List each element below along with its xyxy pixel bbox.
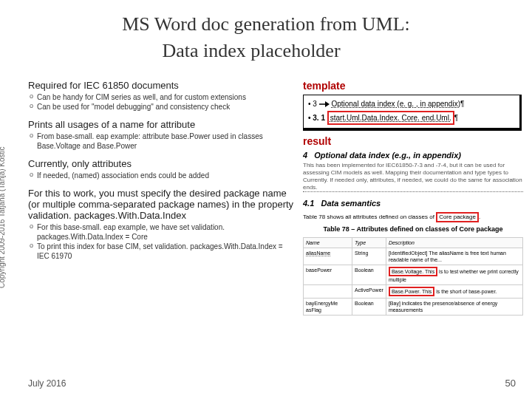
- cell-type: Boolean: [352, 299, 386, 316]
- result-heading: 4 Optional data index (e.g., in appendix…: [303, 150, 523, 160]
- cell-name: bayEnergyMe asFlag: [304, 299, 352, 316]
- sub-list: Can be handy for CIM series as well, and…: [28, 92, 294, 112]
- template-box: • 3 Optional data index (e. g. , in appe…: [303, 95, 522, 131]
- template-label: template: [303, 80, 525, 92]
- block-heading: Currently, only attributes: [28, 158, 294, 169]
- result-label: result: [303, 135, 525, 147]
- result-para: This has been implemented for IEC61850-7…: [303, 162, 523, 192]
- list-item: For this base-small. eap example, we hav…: [28, 222, 294, 242]
- list-item: To print this index for base CIM, set va…: [28, 242, 294, 261]
- block-heading: For this to work, you must specify the d…: [28, 188, 294, 221]
- cell-desc: [IdentifiedObject] The aliasName is free…: [386, 248, 522, 265]
- result-sub-num: 4.1: [303, 199, 314, 208]
- svg-marker-1: [325, 101, 330, 107]
- table-row: bayEnergyMe asFlag Boolean [Bay] indicat…: [304, 299, 523, 316]
- table-header-row: Name Type Description: [304, 237, 523, 248]
- left-content: Required for IEC 61850 documents Can be …: [28, 80, 294, 268]
- result-subheading: 4.1 Data semantics: [303, 198, 523, 208]
- slide-title: MS Word doc generation from UML:: [0, 0, 532, 35]
- cell-desc: Base.Power. This is the short of base-po…: [386, 285, 522, 299]
- table-row: aliasName String [IdentifiedObject] The …: [304, 248, 523, 265]
- cell-highlight: Base.Power. This: [389, 287, 434, 296]
- table-caption: Table 78 – Attributes defined on classes…: [303, 225, 523, 234]
- template-line-1: Optional data index (e. g. , in appendix…: [331, 100, 460, 108]
- col-desc: Description: [386, 237, 522, 248]
- bullet-num: • 3: [308, 100, 317, 108]
- cell-highlight: Base.Voltage. This: [389, 267, 437, 276]
- col-type: Type: [352, 237, 386, 248]
- right-column: template • 3 Optional data index (e. g. …: [303, 80, 525, 316]
- cell-type: String: [352, 248, 386, 265]
- block-heading: Prints all usages of a name for attribut…: [28, 119, 294, 130]
- block-0: Required for IEC 61850 documents Can be …: [28, 80, 294, 112]
- block-3: For this to work, you must specify the d…: [28, 188, 294, 261]
- page-number: 50: [505, 378, 516, 389]
- result-box: 4 Optional data index (e.g., in appendix…: [303, 150, 523, 316]
- slide-subtitle: Data index placeholder: [0, 35, 532, 62]
- cell-type: ActivePower: [352, 285, 386, 299]
- list-item: If needed, (named) association ends coul…: [28, 171, 294, 180]
- template-line-2-highlight: start.Uml.Data.Index. Core. end.Uml.: [327, 111, 454, 125]
- bullet-num: • 3. 1: [308, 114, 325, 122]
- block-heading: Required for IEC 61850 documents: [28, 80, 294, 91]
- block-1: Prints all usages of a name for attribut…: [28, 119, 294, 151]
- block-2: Currently, only attributes If needed, (n…: [28, 158, 294, 180]
- cell-name: aliasName: [306, 250, 330, 256]
- list-item: Can be used for "model debugging" and co…: [28, 102, 294, 112]
- table-row: ActivePower Base.Power. This is the shor…: [304, 285, 523, 299]
- list-item: Can be handy for CIM series as well, and…: [28, 92, 294, 102]
- result-caption-line: Table 78 shows all attributes defined on…: [303, 212, 523, 222]
- cell-name: basePower: [304, 265, 352, 284]
- result-caption-highlight: Core package: [436, 212, 479, 222]
- cell-type: Boolean: [352, 265, 386, 284]
- copyright-text: Copyright 2009-2016 Tatjana (Tanja) Kost…: [0, 146, 6, 288]
- sub-list: If needed, (named) association ends coul…: [28, 171, 294, 180]
- result-heading-text: Optional data index (e.g., in appendix): [314, 151, 461, 160]
- col-name: Name: [304, 237, 352, 248]
- attributes-table: Name Type Description aliasName String […: [303, 237, 523, 316]
- cell-name: [304, 285, 352, 299]
- cell-desc: Base.Voltage. This is to test whether we…: [386, 265, 522, 284]
- cell-desc: [Bay] indicates the presence/absence of …: [386, 299, 522, 316]
- result-sub-text: Data semantics: [321, 199, 381, 208]
- cell-desc-post: is the short of base-power.: [436, 289, 497, 294]
- result-caption-pre: Table 78 shows all attributes defined on…: [303, 214, 434, 220]
- sub-list: From base-small. eap example: attribute …: [28, 132, 294, 151]
- sub-list: For this base-small. eap example, we hav…: [28, 222, 294, 261]
- arrow-right-icon: [319, 100, 330, 108]
- footer-date: July 2016: [28, 378, 66, 389]
- list-item: From base-small. eap example: attribute …: [28, 132, 294, 151]
- result-heading-num: 4: [303, 151, 307, 160]
- table-row: basePower Boolean Base.Voltage. This is …: [304, 265, 523, 284]
